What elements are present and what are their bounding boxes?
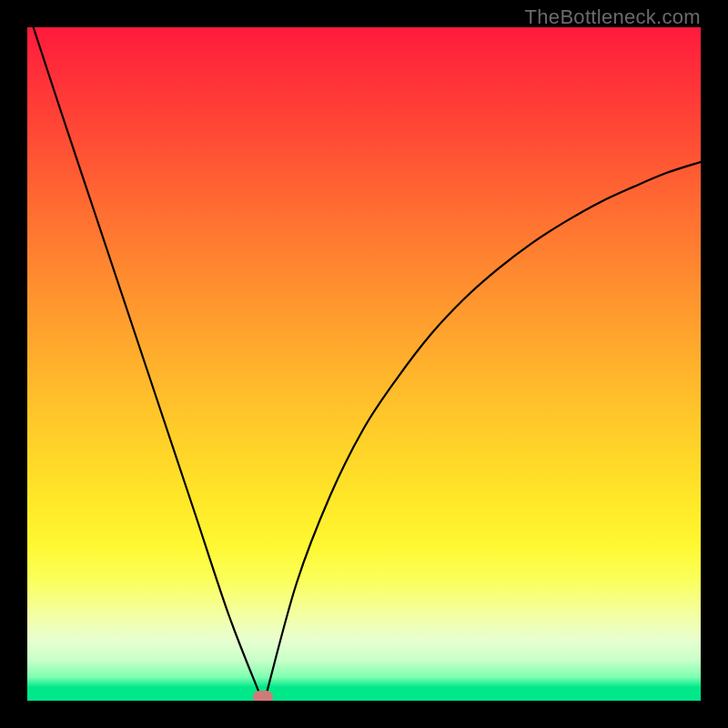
bottleneck-curve <box>27 27 701 701</box>
watermark-text: TheBottleneck.com <box>525 5 701 29</box>
plot-area <box>27 27 701 701</box>
optimum-marker <box>253 691 273 701</box>
